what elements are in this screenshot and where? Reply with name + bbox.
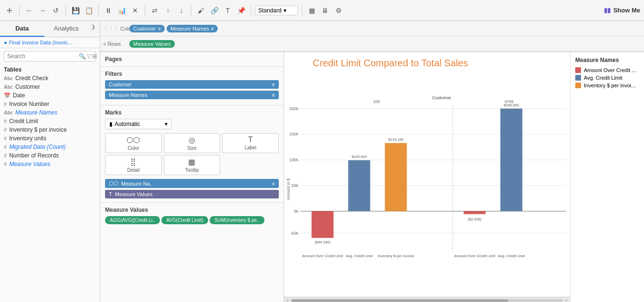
search-input[interactable]: [7, 53, 79, 60]
share-icon[interactable]: ⚙: [333, 5, 344, 16]
field-list: Abc Credit Check Abc Customer 📅 Date # I…: [0, 74, 100, 302]
field-date[interactable]: 📅 Date: [0, 91, 100, 100]
field-credit-limit[interactable]: # Credit Limit: [0, 117, 100, 125]
bar-g2-avg-credit[interactable]: [500, 109, 522, 211]
field-measure-values[interactable]: # Measure Values: [0, 160, 100, 168]
mv-pill-1[interactable]: AGG(AVG([Credit Li..: [105, 216, 160, 224]
type-abc-icon: Abc: [4, 84, 13, 90]
move-tool-icon[interactable]: ✛: [4, 5, 15, 16]
type-hash-icon: #: [4, 144, 7, 150]
main-layout: Data Analytics ❯ ● Final Invoice Data (I…: [0, 21, 644, 302]
marks-dropdown-label: Automatic: [115, 121, 140, 127]
toolbar: ✛ ← → ↺ 💾 📋 ⏸ 📊 ✕ ⇄ ↑ ↓ 🖌 🔗 T 📌 Standard…: [0, 0, 644, 21]
mv-pill-2[interactable]: AVG(Credit Limit): [161, 216, 208, 224]
data-source-icon[interactable]: 📋: [83, 5, 95, 16]
filter-icon[interactable]: ▽: [87, 53, 91, 60]
color-label: Color: [127, 146, 139, 151]
marks-label-btn[interactable]: T Label: [222, 133, 279, 153]
middle-panel: Pages Filters Customer ≡ Measure Names ≡: [100, 52, 284, 302]
datasource-item[interactable]: ● Final Invoice Data (Invoic...: [0, 37, 100, 48]
forward-icon[interactable]: →: [37, 5, 48, 16]
legend-item-3: Inventory $ per invoi...: [575, 83, 639, 88]
scroll-track[interactable]: [291, 299, 562, 302]
chart-scrollbar: ‹ ›: [284, 297, 570, 302]
y-neg50k: -50K: [290, 231, 299, 236]
y-0k: 0K: [294, 209, 299, 214]
legend-color-1: [575, 67, 581, 73]
filter-menu-icon: ≡: [272, 92, 275, 98]
detail-label: Detail: [127, 167, 140, 173]
columns-pill-measure-names[interactable]: Measure Names ≡: [167, 25, 218, 32]
field-inventory-units[interactable]: # Inventory units: [0, 134, 100, 143]
chart-x-icon[interactable]: ✕: [129, 5, 141, 16]
show-me-bar-icon: ▮▮: [604, 7, 611, 14]
field-migrated-data[interactable]: # Migrated Data (Count): [0, 143, 100, 151]
color-dots-icon: ⬡⬡: [127, 135, 140, 145]
field-credit-check[interactable]: Abc Credit Check: [0, 74, 100, 83]
search-icon[interactable]: 🔍: [79, 53, 86, 60]
marks-title: Marks: [105, 109, 279, 116]
marks-tooltip-btn[interactable]: ▦ Tooltip: [164, 155, 221, 175]
field-inventory-dollar[interactable]: # Inventory $ per invoice: [0, 125, 100, 134]
marks-detail-btn[interactable]: ⣿ Detail: [105, 155, 162, 175]
chart-icon[interactable]: 📊: [116, 5, 127, 16]
chart-svg: Amount in $ 200K 150K 100K 50K: [284, 71, 570, 297]
columns-pill-customer[interactable]: Customer ≡: [129, 25, 165, 32]
panel-collapse-icon[interactable]: ❯: [88, 21, 100, 32]
text-icon[interactable]: T: [222, 5, 233, 16]
marks-color-btn[interactable]: ⬡⬡ Color: [105, 133, 162, 153]
detail-icon: ⣿: [130, 157, 136, 167]
back-icon[interactable]: ←: [23, 5, 35, 16]
presentation-icon[interactable]: ▦: [306, 5, 317, 16]
size-label: Size: [187, 146, 196, 151]
rows-pill-measure-values[interactable]: Measure Values: [129, 40, 175, 48]
marks-size-btn[interactable]: ◎ Size: [164, 133, 221, 153]
marks-dropdown-arrow: ▾: [165, 121, 168, 127]
type-hash-icon: #: [4, 153, 7, 158]
mv-pill-3[interactable]: SUM(Inventory $ pe..: [210, 216, 264, 224]
link-icon[interactable]: 🔗: [209, 5, 220, 16]
field-number-of-records[interactable]: # Number of Records: [0, 151, 100, 160]
field-customer[interactable]: Abc Customer: [0, 83, 100, 91]
view-dropdown[interactable]: Standard ▾: [255, 6, 298, 15]
marks-pill-measure-names[interactable]: ⬡⬡ Measure Na.. ≡: [105, 179, 279, 188]
bar-label-g1-inventory: $134,180: [388, 137, 403, 142]
shelves: ⋮⋮⋮ Columns Customer ≡ Measure Names ≡ ≡…: [100, 21, 644, 52]
marks-pill-measure-values[interactable]: T Measure Values: [105, 190, 279, 198]
save-icon[interactable]: 💾: [70, 5, 81, 16]
x-label-g1-3: Inventory $ per invoice: [378, 254, 414, 258]
tab-analytics[interactable]: Analytics: [44, 21, 89, 37]
rows-shelf: ≡ Rows Measure Values: [100, 36, 644, 52]
bar-g1-inventory[interactable]: [385, 143, 407, 211]
bar-g2-amount-over[interactable]: [464, 211, 486, 214]
bar-g1-avg-credit[interactable]: [348, 160, 370, 211]
marks-type-dropdown[interactable]: ▮ Automatic ▾: [105, 119, 172, 129]
reload-icon[interactable]: ↺: [50, 5, 62, 16]
bar-g1-amount-over[interactable]: [312, 211, 334, 238]
group1-label: 329: [373, 99, 380, 104]
tab-data[interactable]: Data: [0, 21, 44, 37]
filter-measure-names[interactable]: Measure Names ≡: [105, 91, 279, 99]
sort-asc-icon[interactable]: ↑: [162, 5, 174, 16]
field-invoice-number[interactable]: # Invoice Number: [0, 100, 100, 108]
paint-icon[interactable]: 🖌: [195, 5, 207, 16]
sep2: [65, 5, 66, 16]
scroll-right-arrow[interactable]: ›: [565, 298, 568, 302]
legend-label-1: Amount Over Credit ...: [584, 67, 636, 73]
sort-desc-icon[interactable]: ↓: [176, 5, 187, 16]
show-me-button[interactable]: ▮▮ Show Me: [604, 7, 640, 14]
pin-icon[interactable]: 📌: [235, 5, 247, 16]
x-label-g1-1: Amount Over Credit Limit: [302, 254, 344, 258]
grid-icon[interactable]: ⊞: [92, 53, 97, 60]
scroll-left-arrow[interactable]: ‹: [286, 298, 289, 302]
swap-icon[interactable]: ⇄: [149, 5, 160, 16]
datasource-icon: ●: [4, 40, 7, 45]
type-abc-icon: Abc: [4, 76, 13, 81]
field-measure-names[interactable]: Abc Measure Names: [0, 108, 100, 117]
filters-title: Filters: [105, 71, 279, 77]
device-icon[interactable]: 🖥: [319, 5, 331, 16]
marks-bar-icon: ▮: [109, 121, 113, 127]
legend-item-2: Avg. Credit Limit: [575, 75, 639, 81]
pause-icon[interactable]: ⏸: [103, 5, 114, 16]
filter-customer[interactable]: Customer ≡: [105, 80, 279, 89]
